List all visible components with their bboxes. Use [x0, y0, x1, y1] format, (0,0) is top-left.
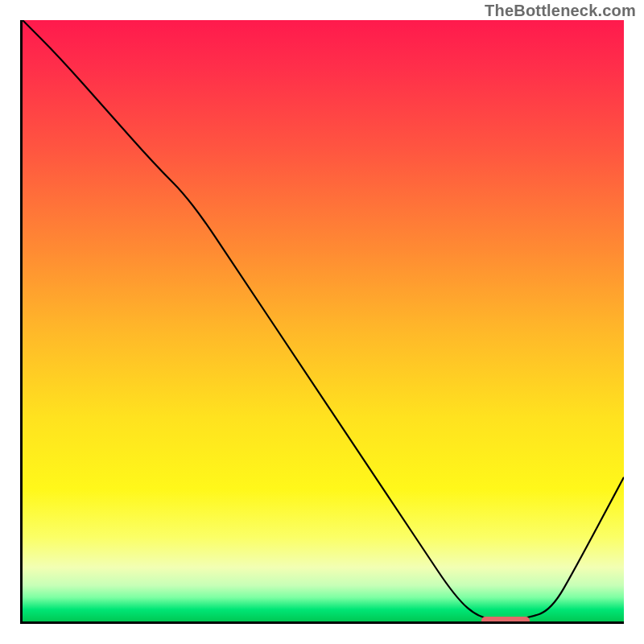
- bottleneck-curve: [23, 20, 624, 618]
- plot-area: [20, 20, 624, 624]
- watermark-text: TheBottleneck.com: [485, 2, 636, 20]
- optimal-range-marker: [481, 617, 530, 624]
- curve-svg: [23, 20, 624, 621]
- chart-frame: TheBottleneck.com: [0, 0, 644, 644]
